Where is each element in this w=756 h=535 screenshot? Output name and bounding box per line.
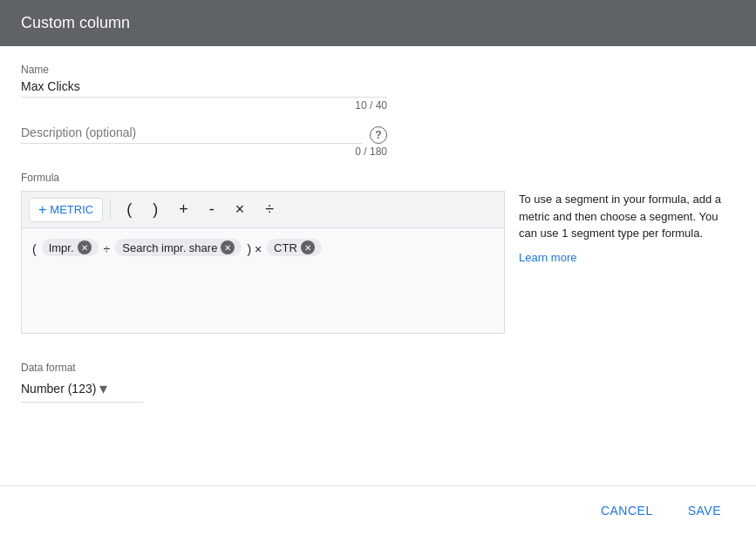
search-impr-tag[interactable]: Search impr. share ✕ [115,239,242,256]
dialog-header: Custom column [0,0,756,46]
name-label: Name [21,64,735,76]
open-paren-button[interactable]: ( [118,197,140,222]
description-section: ? 0 / 180 [21,125,735,158]
data-format-value: Number (123) [21,382,96,396]
impr-tag[interactable]: Impr. ✕ [42,239,99,256]
search-impr-tag-label: Search impr. share [122,241,217,254]
name-section: Name 10 / 40 [21,64,735,112]
formula-toolbar: + METRIC ( ) + - × ÷ [22,192,504,228]
data-format-section: Data format Number (123) ▾ [21,348,735,410]
learn-more-link[interactable]: Learn more [519,249,735,267]
formula-hint-area: To use a segment in your formula, add a … [519,191,735,266]
search-impr-tag-close[interactable]: ✕ [221,240,235,254]
save-button[interactable]: SAVE [674,497,735,525]
ctr-tag[interactable]: CTR ✕ [267,239,322,256]
formula-divide: ÷ [102,239,112,260]
dialog-footer: CANCEL SAVE [0,485,756,535]
formula-section: Formula + METRIC ( ) + - × ÷ ( [21,172,735,334]
data-format-select[interactable]: Number (123) ▾ [21,379,143,403]
dialog-title: Custom column [21,14,130,31]
formula-box: + METRIC ( ) + - × ÷ ( Impr. ✕ [21,191,505,334]
formula-label: Formula [21,172,735,184]
add-metric-button[interactable]: + METRIC [29,198,103,222]
formula-open-paren: ( [31,239,38,260]
formula-hint-text: To use a segment in your formula, add a … [519,193,721,240]
chevron-down-icon: ▾ [99,379,107,398]
formula-close-multiply: ) × [245,239,263,260]
help-icon[interactable]: ? [370,126,387,144]
close-paren-button[interactable]: ) [144,197,167,222]
ctr-tag-close[interactable]: ✕ [301,240,315,254]
minus-op-button[interactable]: - [201,197,223,222]
description-char-count: 0 / 180 [21,146,387,158]
multiply-op-button[interactable]: × [227,197,254,222]
formula-area: + METRIC ( ) + - × ÷ ( Impr. ✕ [21,191,735,334]
name-input[interactable] [21,79,387,98]
dialog-body: Name 10 / 40 ? 0 / 180 Formula + METRIC … [0,46,756,485]
metric-btn-label: METRIC [50,203,93,216]
toolbar-divider [110,200,111,220]
impr-tag-label: Impr. [49,241,74,254]
description-row: ? [21,125,387,144]
divide-op-button[interactable]: ÷ [256,197,283,222]
custom-column-dialog: Custom column Name 10 / 40 ? 0 / 180 For… [0,0,756,535]
name-char-count: 10 / 40 [21,99,387,112]
formula-content: ( Impr. ✕ ÷ Search impr. share ✕ ) × CTR [22,228,504,333]
plus-icon: + [38,202,46,218]
cancel-button[interactable]: CANCEL [587,497,667,525]
data-format-label: Data format [21,362,735,374]
impr-tag-close[interactable]: ✕ [78,240,92,254]
ctr-tag-label: CTR [274,241,297,254]
description-input[interactable] [21,125,363,144]
plus-op-button[interactable]: + [170,197,197,222]
